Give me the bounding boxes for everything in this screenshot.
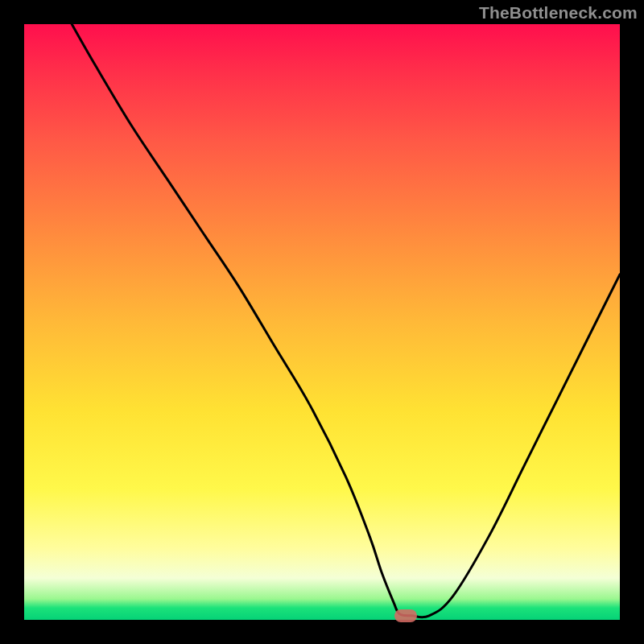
watermark-text: TheBottleneck.com [479,3,638,23]
curve-svg [24,24,620,620]
bottleneck-curve [72,24,620,617]
chart-frame: TheBottleneck.com [0,0,644,644]
plot-area [24,24,620,620]
optimal-marker [394,609,417,622]
